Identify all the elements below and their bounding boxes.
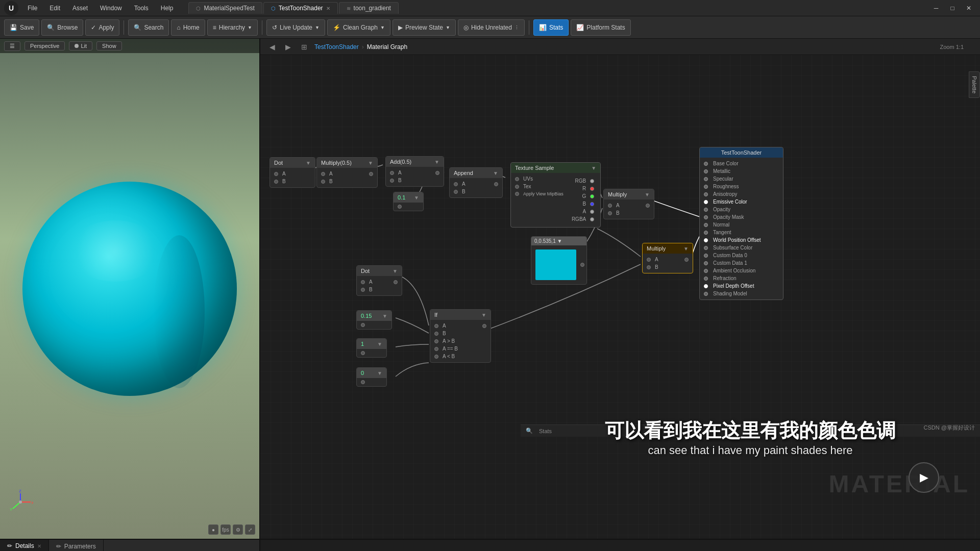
pin-tex-mipbias-in[interactable] (515, 192, 519, 196)
lit-button[interactable]: Lit (69, 41, 92, 51)
pin-const1-out[interactable] (361, 351, 365, 355)
tab-close-icon[interactable]: ✕ (326, 6, 330, 11)
const1-dropdown[interactable]: ▼ (377, 341, 382, 347)
tab-materialspeedtest[interactable]: ⬡ MaterialSpeedTest (188, 2, 262, 14)
pin-tex-g-out[interactable] (590, 194, 594, 198)
pin-if-alt-in[interactable] (434, 355, 438, 359)
node-multiply1-dropdown[interactable]: ▼ (645, 192, 650, 197)
pin-mul2-b-in[interactable] (647, 265, 651, 269)
palette-button[interactable]: Palette (969, 71, 980, 98)
pin-normal-in[interactable] (704, 223, 708, 227)
pin-tex-uvs-in[interactable] (515, 177, 519, 181)
graph-area[interactable]: ◀ ▶ ⊞ TestToonShader › Material Graph Zo… (260, 39, 980, 539)
apply-button[interactable]: ✓ Apply (85, 19, 119, 36)
pin-add05-a-in[interactable] (390, 171, 394, 175)
pin-const0-out[interactable] (361, 380, 365, 384)
pin-specular-in[interactable] (704, 177, 708, 181)
const01-dropdown[interactable]: ▼ (414, 195, 419, 201)
node-multiply2-dropdown[interactable]: ▼ (683, 246, 689, 252)
node-multiply05[interactable]: Multiply(0.5) ▼ A B (316, 157, 378, 188)
node-const01[interactable]: 0.1 ▼ (393, 192, 424, 211)
node-add05-dropdown[interactable]: ▼ (434, 159, 439, 165)
pin-dot2-a-in[interactable] (361, 280, 365, 284)
node-testtoon-output[interactable]: TestToonShader Base Color Metallic Specu… (699, 147, 783, 300)
pin-mul05-out[interactable] (369, 172, 373, 176)
tab-details-close[interactable]: ✕ (37, 543, 41, 549)
color-block-dropdown[interactable]: ▼ (557, 238, 562, 244)
pin-opacity-in[interactable] (704, 208, 708, 212)
pin-ambient-occlusion-in[interactable] (704, 269, 708, 273)
pin-mul2-out[interactable] (684, 258, 689, 262)
pin-dot1-b-input[interactable] (274, 180, 278, 184)
minimize-button[interactable]: ─ (929, 1, 943, 15)
node-dot1[interactable]: Dot ▼ A B (270, 157, 315, 188)
close-button[interactable]: ✕ (962, 1, 976, 15)
node-if-dropdown[interactable]: ▼ (481, 312, 486, 318)
platform-stats-button[interactable]: 📈 Platform Stats (571, 19, 630, 36)
pin-anisotropy-in[interactable] (704, 192, 708, 196)
node-dot2[interactable]: Dot ▼ A B (356, 265, 402, 296)
node-const1[interactable]: 1 ▼ (356, 338, 387, 358)
show-fps-button[interactable]: fps (220, 524, 231, 535)
graph-canvas[interactable]: Dot ▼ A B Multiply(0.5) (260, 55, 980, 539)
pin-roughness-in[interactable] (704, 185, 708, 189)
maximize-vp-button[interactable]: ⤢ (245, 524, 255, 535)
tab-parameters[interactable]: ✏ Parameters (49, 540, 104, 551)
menu-asset[interactable]: Asset (67, 3, 93, 14)
texture-sample-dropdown[interactable]: ▼ (591, 165, 596, 171)
tab-toon-gradient[interactable]: ≋ toon_gradient (339, 2, 399, 14)
pin-opacity-mask-in[interactable] (704, 215, 708, 219)
pin-mul1-out[interactable] (646, 204, 650, 208)
pin-append-a-in[interactable] (454, 182, 458, 186)
pin-append-out[interactable] (494, 182, 498, 186)
menu-help[interactable]: Help (156, 3, 179, 14)
pin-custom-data0-in[interactable] (704, 254, 708, 258)
pin-dot2-out[interactable] (394, 280, 398, 284)
pin-if-out[interactable] (482, 324, 486, 328)
browse-button[interactable]: 🔍 Browse (41, 19, 83, 36)
pin-if-a-in[interactable] (434, 324, 438, 328)
pin-if-b-in[interactable] (434, 332, 438, 336)
const0-dropdown[interactable]: ▼ (377, 370, 382, 376)
pin-refraction-in[interactable] (704, 277, 708, 281)
pin-tangent-in[interactable] (704, 231, 708, 235)
stats-button[interactable]: 📊 Stats (533, 19, 569, 36)
pin-pixel-depth-in[interactable] (704, 284, 708, 288)
save-button[interactable]: 💾 Save (4, 19, 39, 36)
node-color-block[interactable]: 0,0.535,1 ▼ (531, 236, 587, 285)
node-texture-sample[interactable]: Texture Sample ▼ UVs Tex (510, 162, 601, 228)
pin-shading-model-in[interactable] (704, 292, 708, 296)
pin-emissive-in[interactable] (704, 200, 708, 204)
search-button[interactable]: 🔍 Search (128, 19, 169, 36)
menu-window[interactable]: Window (95, 3, 127, 14)
pin-add05-b-in[interactable] (390, 179, 394, 183)
perspective-button[interactable]: Perspective (24, 41, 65, 51)
node-dot2-dropdown[interactable]: ▼ (393, 268, 398, 274)
clean-graph-button[interactable]: ⚡ Clean Graph ▼ (327, 19, 390, 36)
pin-tex-tex-in[interactable] (515, 185, 519, 189)
pin-mul1-b-in[interactable] (608, 211, 612, 215)
hide-unrelated-button[interactable]: ◎ Hide Unrelated ⋮ (458, 19, 525, 36)
pin-base-color-in[interactable] (704, 162, 708, 166)
nav-expand-button[interactable]: ⊞ (298, 42, 310, 52)
tab-details[interactable]: ✏ Details ✕ (0, 540, 49, 551)
node-const0[interactable]: 0 ▼ (356, 367, 387, 387)
pin-mul1-a-in[interactable] (608, 204, 612, 208)
pin-custom-data1-in[interactable] (704, 261, 708, 265)
pin-tex-r-out[interactable] (590, 187, 594, 191)
node-multiply1[interactable]: Multiply ▼ A B (603, 189, 654, 219)
node-if[interactable]: If ▼ A B A > B (430, 309, 491, 363)
pin-append-b-in[interactable] (454, 190, 458, 194)
pin-mul05-b-in[interactable] (321, 180, 325, 184)
tab-testtoonshadder[interactable]: ⬡ TestToonShader ✕ (263, 2, 338, 14)
pin-tex-rgb-out[interactable] (590, 179, 594, 183)
pin-world-pos-in[interactable] (704, 238, 708, 242)
pin-mul2-a-in[interactable] (647, 258, 651, 262)
maximize-button[interactable]: □ (945, 1, 960, 15)
breadcrumb-root[interactable]: TestToonShader (314, 43, 359, 51)
node-multiply05-dropdown[interactable]: ▼ (368, 160, 373, 166)
nav-back-button[interactable]: ◀ (266, 42, 278, 52)
realtime-button[interactable]: ● (208, 524, 218, 535)
vp-settings-button[interactable]: ⚙ (233, 524, 243, 535)
viewport-menu-button[interactable]: ☰ (4, 41, 20, 51)
